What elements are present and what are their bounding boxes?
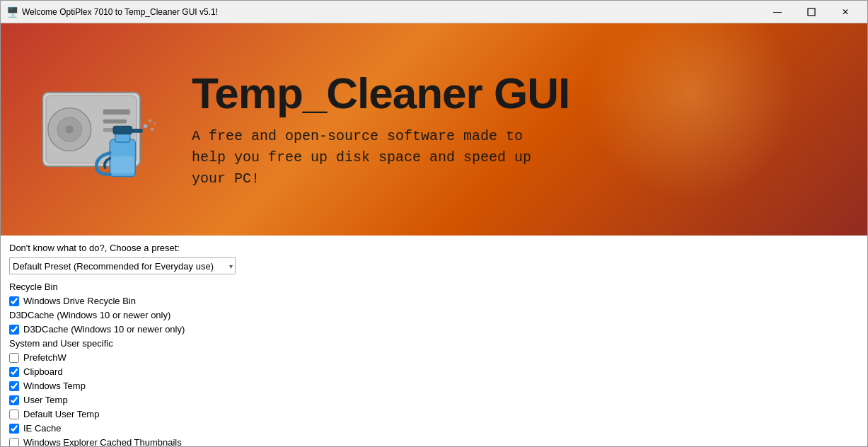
preset-label: Don't know what to do?, Choose a preset: (9, 243, 859, 253)
preset-select[interactable]: Default Preset (Recommended for Everyday… (9, 257, 236, 274)
section-header-recycle-bin: Recycle Bin (9, 281, 859, 292)
prefetchw-checkbox[interactable] (9, 353, 19, 363)
list-item: PrefetchW (9, 352, 859, 364)
thumbnails-checkbox[interactable] (9, 438, 19, 447)
thumbnails-label[interactable]: Windows Explorer Cached Thumbnails (23, 437, 182, 446)
list-item: Windows Temp (9, 380, 859, 392)
banner-app-title: Temp_Cleaner GUI (192, 69, 839, 117)
list-item: Windows Explorer Cached Thumbnails (9, 436, 859, 446)
clipboard-label[interactable]: Clipboard (23, 366, 63, 377)
clipboard-checkbox[interactable] (9, 367, 19, 377)
d3dcache-label[interactable]: D3DCache (Windows 10 or newer only) (23, 324, 185, 335)
list-item: IE Cache (9, 422, 859, 434)
svg-rect-7 (103, 120, 127, 124)
d3dcache-checkbox[interactable] (9, 325, 19, 335)
app-logo-icon (33, 59, 167, 200)
svg-point-15 (149, 120, 151, 122)
svg-rect-12 (129, 129, 143, 133)
windows-drive-recycle-bin-checkbox[interactable] (9, 296, 19, 306)
user-temp-checkbox[interactable] (9, 395, 19, 405)
minimize-button[interactable]: — (761, 2, 794, 22)
close-button[interactable]: ✕ (829, 2, 862, 22)
title-bar-left: 🖥️ Welcome OptiPlex 7010 to Temp_Cleaner… (6, 6, 218, 18)
windows-temp-checkbox[interactable] (9, 381, 19, 391)
windows-temp-label[interactable]: Windows Temp (23, 381, 86, 391)
list-item: Default User Temp (9, 408, 859, 420)
svg-point-5 (66, 125, 74, 133)
window-controls: — ✕ (761, 2, 862, 22)
list-item: Clipboard (9, 366, 859, 378)
user-temp-label[interactable]: User Temp (23, 395, 68, 405)
default-user-temp-checkbox[interactable] (9, 410, 19, 419)
content-area: Don't know what to do?, Choose a preset:… (1, 236, 867, 446)
prefetchw-label[interactable]: PrefetchW (23, 352, 66, 363)
list-item: User Temp (9, 394, 859, 406)
maximize-icon (807, 8, 816, 16)
svg-rect-6 (103, 110, 130, 115)
title-bar: 🖥️ Welcome OptiPlex 7010 to Temp_Cleaner… (1, 1, 867, 23)
app-window: 🖥️ Welcome OptiPlex 7010 to Temp_Cleaner… (0, 0, 868, 447)
maximize-button[interactable] (795, 2, 828, 22)
list-item: D3DCache (Windows 10 or newer only) (9, 323, 859, 335)
section-header-system-user: System and User specific (9, 338, 859, 349)
app-icon: 🖥️ (6, 6, 18, 18)
svg-point-14 (144, 124, 148, 128)
svg-rect-13 (111, 156, 134, 173)
banner-app-subtitle: A free and open-source software made toh… (192, 126, 673, 190)
svg-point-16 (151, 128, 154, 132)
banner-icon-container (29, 55, 170, 204)
section-header-d3dcache: D3DCache (Windows 10 or newer only) (9, 310, 859, 320)
svg-rect-11 (113, 126, 132, 134)
preset-select-wrapper: Default Preset (Recommended for Everyday… (9, 257, 236, 274)
banner: Temp_Cleaner GUI A free and open-source … (1, 23, 867, 236)
list-item: Windows Drive Recycle Bin (9, 295, 859, 307)
default-user-temp-label[interactable]: Default User Temp (23, 409, 99, 419)
ie-cache-checkbox[interactable] (9, 424, 19, 434)
window-title: Welcome OptiPlex 7010 to Temp_Cleaner GU… (22, 7, 218, 17)
svg-rect-0 (808, 8, 815, 16)
banner-text: Temp_Cleaner GUI A free and open-source … (192, 69, 839, 190)
svg-point-17 (154, 122, 156, 124)
ie-cache-label[interactable]: IE Cache (23, 423, 61, 434)
windows-drive-recycle-bin-label[interactable]: Windows Drive Recycle Bin (23, 296, 136, 306)
